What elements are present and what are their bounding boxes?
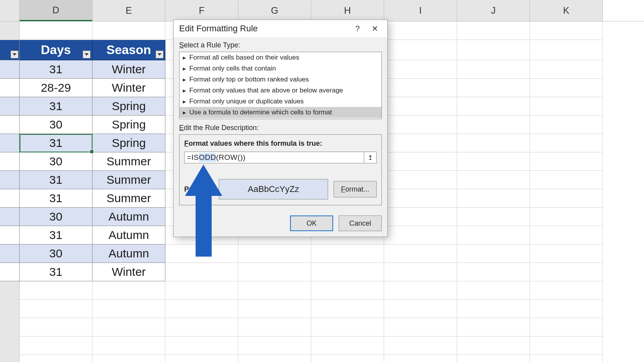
- cell[interactable]: [93, 318, 165, 337]
- cell[interactable]: [457, 300, 530, 318]
- row-header[interactable]: [0, 355, 20, 362]
- cell-days[interactable]: 31: [20, 97, 93, 116]
- cell[interactable]: [165, 244, 238, 263]
- col-header-h[interactable]: H: [311, 0, 384, 21]
- cell[interactable]: [238, 263, 311, 281]
- cell-partial[interactable]: [0, 244, 20, 263]
- cell[interactable]: [20, 22, 93, 40]
- cell[interactable]: [384, 226, 457, 244]
- row-header[interactable]: [0, 318, 20, 337]
- cell-partial[interactable]: [0, 116, 20, 134]
- cell[interactable]: [384, 263, 457, 281]
- cell[interactable]: [384, 355, 457, 362]
- cell[interactable]: [457, 208, 530, 226]
- rule-type-item[interactable]: ►Format only values that are above or be…: [180, 85, 381, 96]
- cell[interactable]: [165, 300, 238, 318]
- close-button[interactable]: ✕: [366, 21, 383, 36]
- cell[interactable]: [20, 337, 93, 355]
- cell[interactable]: [457, 263, 530, 281]
- cell-days[interactable]: 30: [20, 152, 93, 171]
- cell-days[interactable]: 30: [20, 116, 93, 134]
- cell[interactable]: [311, 244, 384, 263]
- cell[interactable]: [311, 263, 384, 281]
- cell-days[interactable]: 31: [20, 226, 93, 244]
- cell[interactable]: [530, 244, 603, 263]
- cell[interactable]: [165, 318, 238, 337]
- cell[interactable]: [530, 189, 603, 208]
- cell[interactable]: [530, 226, 603, 244]
- cell[interactable]: [530, 97, 603, 116]
- cell[interactable]: [457, 40, 530, 60]
- cell[interactable]: [457, 337, 530, 355]
- cell[interactable]: [457, 189, 530, 208]
- cell[interactable]: [457, 79, 530, 97]
- cell-partial[interactable]: [0, 226, 20, 244]
- rule-type-item[interactable]: ►Use a formula to determine which cells …: [180, 107, 381, 118]
- col-header-d[interactable]: D: [20, 0, 93, 21]
- filter-dropdown-icon[interactable]: [156, 51, 163, 58]
- row-header[interactable]: [0, 281, 20, 300]
- cell-days[interactable]: 28-29: [20, 79, 93, 97]
- cell[interactable]: [311, 281, 384, 300]
- cell-season[interactable]: Winter: [93, 60, 165, 79]
- cell[interactable]: [384, 171, 457, 189]
- cell[interactable]: [530, 318, 603, 337]
- filter-dropdown-icon[interactable]: [83, 51, 91, 58]
- cell[interactable]: [384, 208, 457, 226]
- rule-type-listbox[interactable]: ►Format all cells based on their values …: [179, 52, 382, 119]
- cell[interactable]: [93, 355, 165, 362]
- cell-days[interactable]: 31: [20, 171, 93, 189]
- cell[interactable]: [238, 300, 311, 318]
- cell-days[interactable]: 31: [20, 189, 93, 208]
- cell-partial[interactable]: [0, 208, 20, 226]
- row-header[interactable]: [0, 22, 20, 40]
- col-header-g[interactable]: G: [238, 0, 311, 21]
- collapse-dialog-button[interactable]: ↥: [364, 152, 377, 163]
- cell[interactable]: [457, 318, 530, 337]
- cell-season[interactable]: Spring: [93, 134, 165, 152]
- cell[interactable]: [530, 22, 603, 40]
- cell[interactable]: [384, 189, 457, 208]
- cell-partial[interactable]: [0, 79, 20, 97]
- cell-partial[interactable]: [0, 171, 20, 189]
- cell[interactable]: [165, 355, 238, 362]
- cell[interactable]: [93, 281, 165, 300]
- cell-season[interactable]: Spring: [93, 97, 165, 116]
- rule-type-item[interactable]: ►Format all cells based on their values: [180, 52, 381, 63]
- cell-partial[interactable]: [0, 60, 20, 79]
- formula-input[interactable]: =ISODD(ROW()): [184, 152, 364, 163]
- cell[interactable]: [384, 244, 457, 263]
- cell[interactable]: [238, 281, 311, 300]
- cell-season[interactable]: Winter: [93, 79, 165, 97]
- cell-days[interactable]: 31: [20, 134, 93, 152]
- cell-partial[interactable]: [0, 189, 20, 208]
- cell[interactable]: [311, 300, 384, 318]
- cell-partial[interactable]: [0, 263, 20, 281]
- cell-partial[interactable]: [0, 152, 20, 171]
- cell[interactable]: [384, 281, 457, 300]
- cell[interactable]: [238, 244, 311, 263]
- cell-partial[interactable]: [0, 97, 20, 116]
- cell[interactable]: [384, 134, 457, 152]
- table-header-season[interactable]: Season: [93, 40, 165, 60]
- cell[interactable]: [457, 152, 530, 171]
- cell[interactable]: [530, 79, 603, 97]
- cancel-button[interactable]: Cancel: [339, 215, 382, 231]
- cell[interactable]: [530, 60, 603, 79]
- cell[interactable]: [238, 355, 311, 362]
- filter-dropdown-icon[interactable]: [11, 51, 18, 58]
- cell-season[interactable]: Winter: [93, 263, 165, 281]
- col-header-i[interactable]: I: [384, 0, 457, 21]
- ok-button[interactable]: OK: [290, 215, 333, 231]
- cell[interactable]: [20, 300, 93, 318]
- rule-type-item[interactable]: ►Format only unique or duplicate values: [180, 96, 381, 107]
- cell[interactable]: [93, 337, 165, 355]
- cell[interactable]: [384, 337, 457, 355]
- cell-season[interactable]: Summer: [93, 171, 165, 189]
- cell[interactable]: [20, 318, 93, 337]
- cell[interactable]: [238, 337, 311, 355]
- cell[interactable]: [311, 337, 384, 355]
- cell[interactable]: [165, 337, 238, 355]
- cell[interactable]: [457, 244, 530, 263]
- cell[interactable]: [530, 263, 603, 281]
